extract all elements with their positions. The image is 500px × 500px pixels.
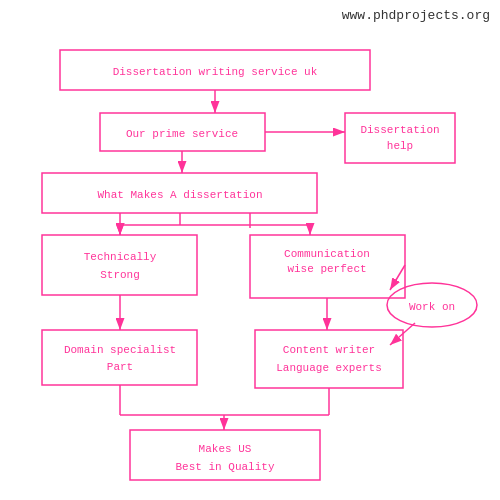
text-domain-specialist-1: Domain specialist bbox=[64, 344, 176, 356]
text-dissertation-help-2: help bbox=[387, 140, 413, 152]
text-domain-specialist-2: Part bbox=[107, 361, 133, 373]
box-content-writer bbox=[255, 330, 403, 388]
box-domain-specialist bbox=[42, 330, 197, 385]
text-communication-2: wise perfect bbox=[287, 263, 366, 275]
text-technically-strong-1: Technically bbox=[84, 251, 157, 263]
text-dissertation-help-1: Dissertation bbox=[360, 124, 439, 136]
text-communication-1: Communication bbox=[284, 248, 370, 260]
box-technically-strong bbox=[42, 235, 197, 295]
text-what-makes: What Makes A dissertation bbox=[97, 189, 262, 201]
text-content-writer-2: Language experts bbox=[276, 362, 382, 374]
text-title: Dissertation writing service uk bbox=[113, 66, 318, 78]
svg-line-15 bbox=[390, 265, 405, 290]
text-makes-us-2: Best in Quality bbox=[175, 461, 274, 473]
text-prime-service: Our prime service bbox=[126, 128, 238, 140]
text-content-writer-1: Content writer bbox=[283, 344, 375, 356]
text-makes-us-1: Makes US bbox=[199, 443, 252, 455]
box-dissertation-help bbox=[345, 113, 455, 163]
text-work-on: Work on bbox=[409, 301, 455, 313]
text-technically-strong-2: Strong bbox=[100, 269, 140, 281]
